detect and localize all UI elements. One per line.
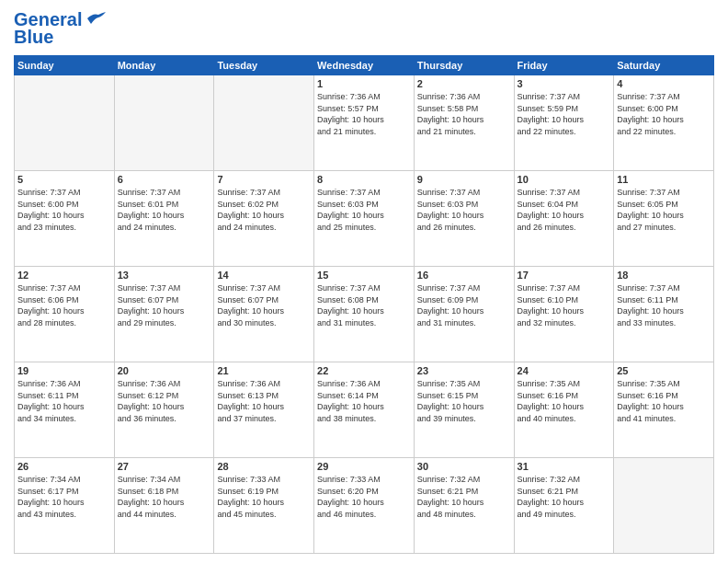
day-number: 9 <box>417 174 511 185</box>
day-info: Sunrise: 7:37 AM Sunset: 6:06 PM Dayligh… <box>17 282 111 328</box>
calendar-day-9: 9Sunrise: 7:37 AM Sunset: 6:03 PM Daylig… <box>414 171 514 267</box>
day-info: Sunrise: 7:37 AM Sunset: 6:09 PM Dayligh… <box>417 282 511 328</box>
calendar-day-14: 14Sunrise: 7:37 AM Sunset: 6:07 PM Dayli… <box>214 267 314 362</box>
calendar-day-20: 20Sunrise: 7:36 AM Sunset: 6:12 PM Dayli… <box>114 362 214 458</box>
calendar-day-18: 18Sunrise: 7:37 AM Sunset: 6:11 PM Dayli… <box>614 267 714 362</box>
day-number: 13 <box>118 270 211 281</box>
calendar-day-28: 28Sunrise: 7:33 AM Sunset: 6:19 PM Dayli… <box>214 458 314 554</box>
calendar-day-7: 7Sunrise: 7:37 AM Sunset: 6:02 PM Daylig… <box>214 171 314 267</box>
day-number: 7 <box>217 174 311 185</box>
calendar-day-11: 11Sunrise: 7:37 AM Sunset: 6:05 PM Dayli… <box>614 171 714 267</box>
calendar-day-6: 6Sunrise: 7:37 AM Sunset: 6:01 PM Daylig… <box>114 171 214 267</box>
day-number: 19 <box>17 365 111 376</box>
day-number: 21 <box>217 365 311 376</box>
calendar-day-13: 13Sunrise: 7:37 AM Sunset: 6:07 PM Dayli… <box>114 267 214 362</box>
day-number: 26 <box>17 461 111 472</box>
calendar-day-3: 3Sunrise: 7:37 AM Sunset: 5:59 PM Daylig… <box>514 75 614 171</box>
calendar-day-24: 24Sunrise: 7:35 AM Sunset: 6:16 PM Dayli… <box>514 362 614 458</box>
day-number: 1 <box>317 78 411 89</box>
day-info: Sunrise: 7:37 AM Sunset: 6:04 PM Dayligh… <box>518 187 611 233</box>
calendar-empty-cell <box>614 458 714 554</box>
day-number: 20 <box>118 365 211 376</box>
day-number: 16 <box>417 270 511 281</box>
day-number: 25 <box>617 365 711 376</box>
day-info: Sunrise: 7:37 AM Sunset: 6:03 PM Dayligh… <box>317 187 411 233</box>
day-info: Sunrise: 7:36 AM Sunset: 5:57 PM Dayligh… <box>317 91 411 137</box>
day-info: Sunrise: 7:34 AM Sunset: 6:17 PM Dayligh… <box>17 474 111 520</box>
page: General Blue SundayMondayTuesdayWednesda… <box>0 0 728 563</box>
header: General Blue <box>14 9 714 48</box>
day-number: 3 <box>518 78 611 89</box>
calendar-day-16: 16Sunrise: 7:37 AM Sunset: 6:09 PM Dayli… <box>414 267 514 362</box>
calendar-day-8: 8Sunrise: 7:37 AM Sunset: 6:03 PM Daylig… <box>314 171 415 267</box>
calendar-header-thursday: Thursday <box>414 56 514 75</box>
calendar-day-1: 1Sunrise: 7:36 AM Sunset: 5:57 PM Daylig… <box>314 75 415 171</box>
calendar-day-5: 5Sunrise: 7:37 AM Sunset: 6:00 PM Daylig… <box>15 171 115 267</box>
calendar-day-19: 19Sunrise: 7:36 AM Sunset: 6:11 PM Dayli… <box>15 362 115 458</box>
day-info: Sunrise: 7:36 AM Sunset: 5:58 PM Dayligh… <box>417 91 511 137</box>
day-info: Sunrise: 7:37 AM Sunset: 6:08 PM Dayligh… <box>317 282 411 328</box>
calendar-header-saturday: Saturday <box>614 56 714 75</box>
day-info: Sunrise: 7:37 AM Sunset: 5:59 PM Dayligh… <box>518 91 611 137</box>
calendar-day-27: 27Sunrise: 7:34 AM Sunset: 6:18 PM Dayli… <box>114 458 214 554</box>
calendar-day-30: 30Sunrise: 7:32 AM Sunset: 6:21 PM Dayli… <box>414 458 514 554</box>
day-number: 6 <box>118 174 211 185</box>
day-number: 30 <box>417 461 511 472</box>
day-number: 27 <box>118 461 211 472</box>
day-number: 23 <box>417 365 511 376</box>
day-number: 4 <box>617 78 711 89</box>
day-number: 12 <box>17 270 111 281</box>
calendar-day-25: 25Sunrise: 7:35 AM Sunset: 6:16 PM Dayli… <box>614 362 714 458</box>
calendar-day-2: 2Sunrise: 7:36 AM Sunset: 5:58 PM Daylig… <box>414 75 514 171</box>
calendar-header-wednesday: Wednesday <box>314 56 415 75</box>
day-info: Sunrise: 7:36 AM Sunset: 6:11 PM Dayligh… <box>17 378 111 424</box>
day-number: 29 <box>317 461 411 472</box>
day-info: Sunrise: 7:37 AM Sunset: 6:00 PM Dayligh… <box>17 187 111 233</box>
calendar-empty-cell <box>15 75 115 171</box>
day-info: Sunrise: 7:37 AM Sunset: 6:07 PM Dayligh… <box>118 282 211 328</box>
day-number: 17 <box>518 270 611 281</box>
day-info: Sunrise: 7:32 AM Sunset: 6:21 PM Dayligh… <box>518 474 611 520</box>
day-info: Sunrise: 7:32 AM Sunset: 6:21 PM Dayligh… <box>417 474 511 520</box>
day-number: 15 <box>317 270 411 281</box>
calendar-empty-cell <box>214 75 314 171</box>
day-number: 11 <box>617 174 711 185</box>
day-info: Sunrise: 7:33 AM Sunset: 6:20 PM Dayligh… <box>317 474 411 520</box>
day-number: 24 <box>518 365 611 376</box>
day-number: 28 <box>217 461 311 472</box>
day-info: Sunrise: 7:34 AM Sunset: 6:18 PM Dayligh… <box>118 474 211 520</box>
day-number: 31 <box>518 461 611 472</box>
calendar-table: SundayMondayTuesdayWednesdayThursdayFrid… <box>14 55 714 554</box>
day-info: Sunrise: 7:36 AM Sunset: 6:12 PM Dayligh… <box>118 378 211 424</box>
day-info: Sunrise: 7:37 AM Sunset: 6:11 PM Dayligh… <box>617 282 711 328</box>
calendar-header-tuesday: Tuesday <box>214 56 314 75</box>
calendar-week-row: 5Sunrise: 7:37 AM Sunset: 6:00 PM Daylig… <box>15 171 714 267</box>
calendar-header-monday: Monday <box>114 56 214 75</box>
day-info: Sunrise: 7:37 AM Sunset: 6:01 PM Dayligh… <box>118 187 211 233</box>
calendar-week-row: 19Sunrise: 7:36 AM Sunset: 6:11 PM Dayli… <box>15 362 714 458</box>
day-info: Sunrise: 7:36 AM Sunset: 6:13 PM Dayligh… <box>217 378 311 424</box>
calendar-day-29: 29Sunrise: 7:33 AM Sunset: 6:20 PM Dayli… <box>314 458 415 554</box>
calendar-day-10: 10Sunrise: 7:37 AM Sunset: 6:04 PM Dayli… <box>514 171 614 267</box>
day-number: 10 <box>518 174 611 185</box>
day-number: 18 <box>617 270 711 281</box>
day-info: Sunrise: 7:37 AM Sunset: 6:03 PM Dayligh… <box>417 187 511 233</box>
calendar-empty-cell <box>114 75 214 171</box>
day-info: Sunrise: 7:37 AM Sunset: 6:05 PM Dayligh… <box>617 187 711 233</box>
logo-bird-icon <box>85 11 106 29</box>
day-number: 5 <box>17 174 111 185</box>
day-info: Sunrise: 7:37 AM Sunset: 6:10 PM Dayligh… <box>518 282 611 328</box>
day-info: Sunrise: 7:37 AM Sunset: 6:02 PM Dayligh… <box>217 187 311 233</box>
calendar-day-12: 12Sunrise: 7:37 AM Sunset: 6:06 PM Dayli… <box>15 267 115 362</box>
day-info: Sunrise: 7:37 AM Sunset: 6:07 PM Dayligh… <box>217 282 311 328</box>
calendar-week-row: 12Sunrise: 7:37 AM Sunset: 6:06 PM Dayli… <box>15 267 714 362</box>
day-info: Sunrise: 7:37 AM Sunset: 6:00 PM Dayligh… <box>617 91 711 137</box>
calendar-week-row: 26Sunrise: 7:34 AM Sunset: 6:17 PM Dayli… <box>15 458 714 554</box>
day-number: 22 <box>317 365 411 376</box>
calendar-header-sunday: Sunday <box>15 56 115 75</box>
calendar-day-22: 22Sunrise: 7:36 AM Sunset: 6:14 PM Dayli… <box>314 362 415 458</box>
calendar-day-17: 17Sunrise: 7:37 AM Sunset: 6:10 PM Dayli… <box>514 267 614 362</box>
calendar-day-4: 4Sunrise: 7:37 AM Sunset: 6:00 PM Daylig… <box>614 75 714 171</box>
calendar-day-15: 15Sunrise: 7:37 AM Sunset: 6:08 PM Dayli… <box>314 267 415 362</box>
day-info: Sunrise: 7:35 AM Sunset: 6:15 PM Dayligh… <box>417 378 511 424</box>
